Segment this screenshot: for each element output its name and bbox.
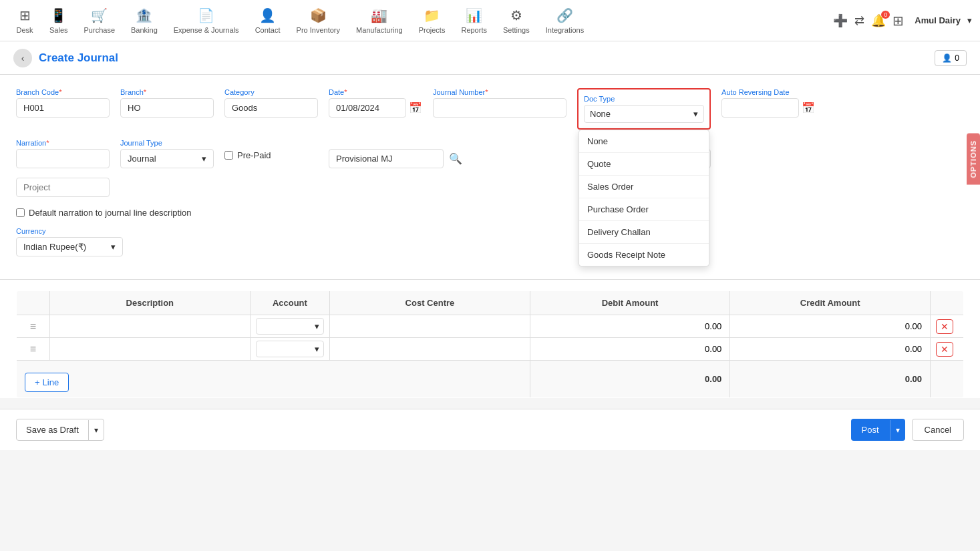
nav-reports[interactable]: 📊 Reports <box>453 2 495 39</box>
auto-reversing-date-label: Auto Reversing Date <box>721 88 815 96</box>
doc-type-option-delivery-challan[interactable]: Delivery Challan <box>579 221 709 244</box>
cost-centre-input-1[interactable] <box>335 319 524 334</box>
reports-icon: 📊 <box>466 7 482 23</box>
provisional-mj-search-icon[interactable]: 🔍 <box>449 152 462 165</box>
notification-button[interactable]: 🔔 0 <box>871 13 886 28</box>
delete-row-2-button[interactable]: ✕ <box>936 342 953 357</box>
branch-label: Branch* <box>120 88 214 96</box>
account-select-1[interactable]: ▾ <box>256 318 325 335</box>
col-drag <box>17 291 50 315</box>
narration-input[interactable] <box>16 149 110 168</box>
date-calendar-icon[interactable]: 📅 <box>409 102 422 114</box>
description-input-1[interactable] <box>55 319 244 334</box>
nav-projects-label: Projects <box>419 26 446 34</box>
post-button[interactable]: Post ▾ <box>851 419 905 441</box>
description-input-2[interactable] <box>55 341 244 357</box>
post-main[interactable]: Post <box>851 419 890 440</box>
doc-type-option-purchase-order[interactable]: Purchase Order <box>579 198 709 221</box>
category-input[interactable] <box>224 98 318 118</box>
inventory-icon: 📦 <box>310 7 327 23</box>
back-button[interactable]: ‹ <box>13 49 32 67</box>
account-dropdown-icon-1: ▾ <box>315 321 319 331</box>
nav-contact[interactable]: 👤 Contact <box>247 2 289 39</box>
add-button[interactable]: ➕ <box>833 13 848 28</box>
nav-settings[interactable]: ⚙ Settings <box>495 2 538 39</box>
credit-input-2[interactable] <box>736 341 925 357</box>
doc-type-option-quote[interactable]: Quote <box>579 153 709 176</box>
drag-handle-2[interactable]: ≡ <box>17 338 50 361</box>
credit-cell-2 <box>730 338 931 361</box>
doc-type-option-goods-receipt-note[interactable]: Goods Receipt Note <box>579 244 709 266</box>
doc-type-wrapper: Doc Type None ▾ None Quote Sales Order P… <box>577 88 711 130</box>
col-credit: Credit Amount <box>730 291 931 315</box>
journal-type-value: Journal <box>128 154 156 164</box>
drag-handle-1[interactable]: ≡ <box>17 315 50 338</box>
default-narration-checkbox[interactable] <box>16 208 25 217</box>
auto-reversing-calendar-icon[interactable]: 📅 <box>802 102 815 114</box>
branch-input[interactable] <box>120 98 214 118</box>
form-footer: Save as Draft ▾ Post ▾ Cancel <box>0 409 980 450</box>
narration-label: Narration* <box>16 139 110 147</box>
delete-row-1-button[interactable]: ✕ <box>936 319 953 334</box>
nav-integrations[interactable]: 🔗 Integrations <box>538 2 592 39</box>
branch-code-input[interactable] <box>16 98 110 118</box>
currency-select[interactable]: Indian Rupee(₹) ▾ <box>16 237 123 256</box>
debit-input-1[interactable] <box>536 319 725 334</box>
user-count-button[interactable]: 👤 0 <box>935 50 967 66</box>
col-debit: Debit Amount <box>530 291 730 315</box>
project-input[interactable] <box>16 178 110 197</box>
cost-centre-cell-2 <box>330 338 530 361</box>
cost-centre-input-2[interactable] <box>335 341 524 357</box>
grid-button[interactable]: ⊞ <box>892 13 904 29</box>
save-draft-button[interactable]: Save as Draft ▾ <box>16 419 104 441</box>
journal-number-input[interactable] <box>433 98 566 118</box>
journal-type-select[interactable]: Journal ▾ <box>120 149 214 168</box>
nav-manufacturing[interactable]: 🏭 Manufacturing <box>348 2 411 39</box>
doc-type-option-sales-order[interactable]: Sales Order <box>579 176 709 198</box>
account-dropdown-icon-2: ▾ <box>315 344 319 354</box>
auto-reversing-date-input[interactable] <box>721 98 799 118</box>
account-select-2[interactable]: ▾ <box>256 341 325 357</box>
form-row-1: Branch Code* Branch* Category Date* 📅 <box>16 88 964 130</box>
cancel-button[interactable]: Cancel <box>912 419 964 441</box>
expense-icon: 📄 <box>198 7 214 23</box>
nav-sales[interactable]: 📱 Sales <box>41 2 76 39</box>
doc-type-select[interactable]: None ▾ <box>584 105 704 123</box>
currency-group: Currency Indian Rupee(₹) ▾ <box>16 227 123 256</box>
nav-banking[interactable]: 🏦 Banking <box>123 2 166 39</box>
nav-pro-inventory[interactable]: 📦 Pro Inventory <box>289 2 348 39</box>
description-cell-2 <box>50 338 251 361</box>
prepaid-checkbox[interactable] <box>224 151 233 160</box>
nav-desk[interactable]: ⊞ Desk <box>8 2 41 39</box>
nav-projects[interactable]: 📁 Projects <box>411 2 454 39</box>
nav-desk-label: Desk <box>16 26 33 34</box>
date-input[interactable] <box>329 98 406 118</box>
banking-icon: 🏦 <box>136 7 152 23</box>
nav-banking-label: Banking <box>131 26 158 34</box>
save-draft-main[interactable]: Save as Draft <box>17 419 88 440</box>
nav-integrations-label: Integrations <box>546 26 584 34</box>
add-line-button[interactable]: + Line <box>25 373 69 392</box>
company-dropdown-icon[interactable]: ▾ <box>967 15 972 25</box>
currency-dropdown-icon: ▾ <box>111 242 116 252</box>
provisional-mj-spacer <box>329 139 462 147</box>
category-label: Category <box>224 88 318 96</box>
nav-expense-label: Expense & Journals <box>174 26 239 34</box>
nav-purchase[interactable]: 🛒 Purchase <box>76 2 123 39</box>
credit-input-1[interactable] <box>736 319 925 334</box>
nav-expense-journals[interactable]: 📄 Expense & Journals <box>166 2 247 39</box>
debit-input-2[interactable] <box>536 341 725 357</box>
nav-reports-label: Reports <box>461 26 487 34</box>
provisional-mj-input[interactable] <box>329 149 444 168</box>
doc-type-dropdown-icon: ▾ <box>693 109 698 119</box>
company-name: Amul Dairy <box>915 15 961 25</box>
form-row-3 <box>16 178 964 197</box>
settings-icon: ⚙ <box>510 7 522 23</box>
transfer-button[interactable]: ⇄ <box>854 13 864 28</box>
desk-icon: ⊞ <box>19 7 31 23</box>
user-icon: 👤 <box>942 53 952 63</box>
options-tab[interactable]: OPTIONS <box>967 134 980 185</box>
doc-type-option-none[interactable]: None <box>579 130 709 153</box>
post-arrow[interactable]: ▾ <box>890 420 905 440</box>
save-draft-arrow[interactable]: ▾ <box>88 420 104 440</box>
